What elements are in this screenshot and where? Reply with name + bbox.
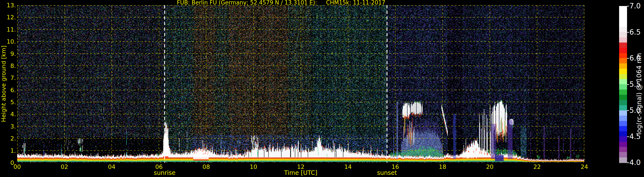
colorbar [619,6,627,163]
colorbar-segment [619,69,627,74]
colorbar-segment [619,74,627,79]
x-tick-label: 22 [528,164,547,170]
sunrise-label: sunrise [141,169,188,176]
y-tick-label: 7. [0,75,16,81]
colorbar-segment [619,131,627,136]
colorbar-tick-label: 7.0 [630,2,644,10]
y-tick-label: 5. [0,99,16,105]
colorbar-tick-mark [627,136,629,137]
colorbar-segment [619,53,627,58]
colorbar-segment [619,95,627,100]
colorbar-segment [619,32,627,37]
x-tick-label: 18 [433,164,452,170]
x-tick-label: 20 [480,164,500,170]
colorbar-segment [619,37,627,43]
colorbar-segment [619,63,627,69]
colorbar-tick-label: 6.5 [630,28,644,36]
chart-title-instrument: CHM15k: 11-11-2017 [326,0,385,6]
x-axis-label: Time [UTC] [269,169,333,176]
ceilometer-quicklook: FUB: Berlin FU (Germany; 52.4579 N / 13.… [0,0,644,177]
colorbar-segment [619,110,627,116]
y-tick-label: 6. [0,87,16,93]
x-tick-label: 02 [55,164,74,170]
colorbar-segment [619,58,627,63]
colorbar-segment [619,22,627,27]
colorbar-segment [619,27,627,32]
sunset-label: sunset [363,169,410,176]
y-tick-label: 12. [0,14,16,21]
colorbar-segment [619,100,627,105]
colorbar-segment [619,84,627,89]
colorbar-segment [619,147,627,152]
colorbar-tick-mark [627,6,629,7]
x-tick-label: 14 [338,164,358,170]
backscatter-heatmap [17,5,584,163]
y-tick-label: 13. [0,2,16,9]
y-tick-label: 8. [0,63,16,69]
y-tick-label: 1. [0,147,16,154]
colorbar-tick-mark [627,58,629,59]
colorbar-segment [619,126,627,131]
x-tick-label: 04 [102,164,122,170]
colorbar-tick-mark [627,162,629,163]
colorbar-label: log(rc-signal) @ 1064 nm [635,53,643,135]
colorbar-segment [619,90,627,95]
colorbar-segment [619,48,627,53]
colorbar-segment [619,6,627,11]
colorbar-tick-mark [627,110,629,111]
chart-title: FUB: Berlin FU (Germany; 52.4579 N / 13.… [177,0,386,6]
colorbar-segment [619,105,627,110]
colorbar-tick-mark [627,84,629,85]
colorbar-tick-mark [627,32,629,33]
y-tick-label: 11. [0,27,16,33]
colorbar-segment [619,79,627,84]
colorbar-segment [619,142,627,147]
colorbar-tick-label: 4.0 [630,159,644,166]
y-tick-label: 2. [0,135,16,142]
y-tick-label: 10. [0,39,16,45]
y-tick-label: 9. [0,51,16,57]
colorbar-segment [619,136,627,141]
colorbar-segment [619,121,627,126]
chart-title-site: FUB: Berlin FU (Germany; 52.4579 N / 13.… [177,0,317,6]
y-tick-label: 3. [0,123,16,130]
colorbar-segment [619,116,627,121]
colorbar-segment [619,152,627,157]
colorbar-segment [619,11,627,16]
x-tick-label: 00 [8,164,27,170]
colorbar-segment [619,43,627,48]
x-tick-label: 24 [575,164,594,170]
y-tick-label: 4. [0,111,16,117]
x-tick-label: 08 [196,164,216,170]
colorbar-segment [619,17,627,22]
colorbar-segment [619,157,627,163]
x-tick-label: 10 [244,164,263,170]
